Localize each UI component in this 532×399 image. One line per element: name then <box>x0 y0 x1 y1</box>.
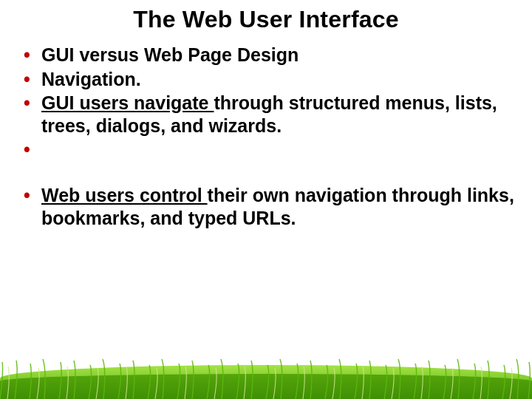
bullet-text: Navigation. <box>41 69 141 89</box>
bullet-item: Navigation. <box>21 68 514 91</box>
bullet-underlined-phrase: Web users control <box>41 185 208 205</box>
grass-decoration <box>0 340 532 399</box>
bullet-list: GUI versus Web Page Design Navigation. G… <box>18 44 514 160</box>
bullet-item: GUI versus Web Page Design <box>21 44 514 66</box>
bullet-text: GUI versus Web Page Design <box>41 44 299 65</box>
bullet-item-empty <box>21 138 514 160</box>
bullet-item: GUI users navigate through structured me… <box>21 92 514 137</box>
bullet-item: Web users control their own navigation t… <box>21 184 514 229</box>
slide-title: The Web User Interface <box>18 6 514 33</box>
bullet-list: Web users control their own navigation t… <box>18 184 514 229</box>
slide: The Web User Interface GUI versus Web Pa… <box>0 0 532 399</box>
spacer <box>18 162 514 184</box>
bullet-underlined-phrase: GUI users navigate <box>41 92 214 113</box>
